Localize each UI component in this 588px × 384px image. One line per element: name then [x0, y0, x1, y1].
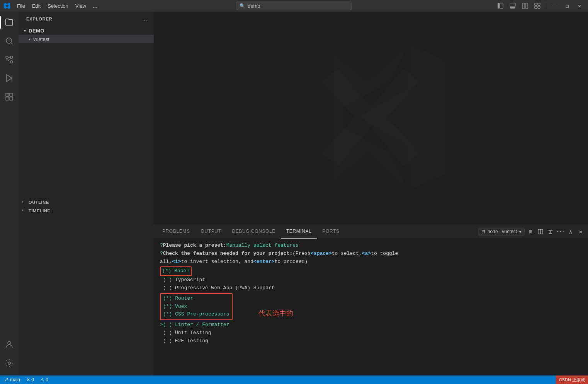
- close-panel-btn[interactable]: ✕: [576, 227, 585, 236]
- maximize-panel-btn[interactable]: ∧: [566, 227, 575, 236]
- svg-rect-8: [535, 6, 537, 9]
- vuetest-label: vuetest: [33, 36, 49, 42]
- vscode-watermark: [290, 36, 452, 200]
- git-branch-name: main: [10, 377, 20, 382]
- svg-rect-7: [538, 3, 540, 5]
- terminal-chevron-icon: ▾: [519, 230, 521, 234]
- svg-point-10: [6, 38, 12, 43]
- tab-problems[interactable]: PROBLEMS: [157, 225, 195, 239]
- menu-selection[interactable]: Selection: [44, 2, 71, 10]
- i-key: <i>: [172, 258, 181, 266]
- menu-more[interactable]: ...: [90, 2, 100, 10]
- sidebar: EXPLORER ... ▾ DEMO ▾ vuetest › OUTLINE: [19, 12, 154, 375]
- explorer-header: EXPLORER ...: [19, 12, 154, 26]
- terminal-line-pwa: ( ) Progressive Web App (PWA) Support: [160, 284, 582, 292]
- menu-file[interactable]: File: [14, 2, 28, 10]
- terminal-line-vuex: (*) Vuex: [163, 303, 229, 311]
- check-paren: (Press: [292, 250, 311, 258]
- vuetest-chevron-icon: ▾: [26, 36, 32, 42]
- outline-section[interactable]: › OUTLINE: [19, 198, 154, 207]
- svg-rect-15: [10, 93, 13, 96]
- search-value: demo: [248, 3, 260, 9]
- tree-item-vuetest[interactable]: ▾ vuetest: [19, 35, 154, 43]
- layout-customize-btn[interactable]: [532, 2, 543, 10]
- svg-rect-0: [498, 3, 500, 9]
- activity-settings[interactable]: [0, 354, 19, 372]
- unit-option: ( ) Unit Testing: [160, 329, 211, 337]
- more-panel-btn[interactable]: ···: [556, 227, 565, 236]
- activity-extensions[interactable]: [0, 87, 19, 106]
- cont-all: all,: [160, 258, 172, 266]
- linter-option: >( ) Linter / Formatter: [160, 321, 229, 329]
- selected-options-group: (*) Router (*) Vuex (*) CSS Pre-processo…: [160, 293, 582, 320]
- tree-item-demo[interactable]: ▾ DEMO: [19, 26, 154, 35]
- svg-rect-17: [10, 97, 13, 100]
- menu-edit[interactable]: Edit: [29, 2, 44, 10]
- pwa-option: ( ) Progressive Web App (PWA) Support: [160, 284, 274, 292]
- terminal-line-continuation: all, <i> to invert selection, and <enter…: [160, 258, 582, 266]
- outline-chevron-icon: ›: [22, 200, 27, 205]
- svg-rect-2: [510, 3, 515, 7]
- close-btn[interactable]: ✕: [574, 2, 585, 10]
- tab-debug-console[interactable]: DEBUG CONSOLE: [226, 225, 281, 239]
- terminal-line-css: (*) CSS Pre-processors: [163, 311, 229, 319]
- status-errors[interactable]: ✕ 0: [23, 375, 37, 384]
- babel-option: (*) Babel: [160, 266, 192, 276]
- activity-explorer[interactable]: [0, 13, 19, 32]
- terminal-instance-label[interactable]: ⊟ node - vuetest ▾: [478, 228, 525, 236]
- terminal-line-typescript: ( ) TypeScript: [160, 276, 582, 284]
- svg-point-18: [8, 341, 11, 345]
- check-toggle: to toggle: [371, 250, 398, 258]
- svg-point-13: [10, 56, 13, 58]
- file-tree: ▾ DEMO ▾ vuetest › OUTLINE › TIMELINE: [19, 26, 154, 375]
- layout-panel-btn[interactable]: [507, 2, 518, 10]
- terminal-line-router: (*) Router: [163, 295, 229, 303]
- terminal-line-linter: >( ) Linter / Formatter: [160, 321, 582, 329]
- tab-terminal[interactable]: TERMINAL: [281, 225, 317, 239]
- activity-search[interactable]: [0, 32, 19, 50]
- activity-bar: [0, 12, 19, 375]
- search-bar[interactable]: 🔍 demo: [236, 2, 352, 10]
- css-option: (*) CSS Pre-processors: [163, 311, 229, 319]
- status-csdn[interactable]: CSDN 正版城: [556, 375, 588, 384]
- tab-output[interactable]: OUTPUT: [195, 225, 227, 239]
- trash-terminal-btn[interactable]: 🗑: [546, 227, 555, 236]
- layout-sidebar-btn[interactable]: [495, 2, 506, 10]
- a-key: <a>: [362, 250, 371, 258]
- warning-icon: ⚠ 0: [40, 377, 48, 382]
- tab-ports[interactable]: PORTS: [317, 225, 345, 239]
- timeline-section[interactable]: › TIMELINE: [19, 207, 154, 215]
- status-git[interactable]: ⎇ main: [0, 375, 23, 384]
- demo-folder-label: DEMO: [29, 28, 44, 34]
- svg-rect-6: [535, 3, 537, 5]
- menu-view[interactable]: View: [72, 2, 89, 10]
- split-terminal-btn[interactable]: [536, 227, 545, 236]
- svg-point-12: [10, 61, 13, 63]
- terminal-content[interactable]: ? Please pick a preset: Manually select …: [154, 239, 588, 375]
- activity-source-control[interactable]: [0, 50, 19, 69]
- maximize-btn[interactable]: ☐: [562, 2, 573, 10]
- terminal-line-preset: ? Please pick a preset: Manually select …: [160, 242, 582, 250]
- check-bold: Check the features needed for your proje…: [163, 250, 292, 258]
- more-actions-btn[interactable]: ...: [141, 15, 149, 23]
- svg-point-11: [6, 56, 8, 58]
- error-icon: ✕ 0: [26, 377, 34, 382]
- outline-label: OUTLINE: [29, 200, 49, 205]
- typescript-option: ( ) TypeScript: [160, 276, 205, 284]
- panel-tab-actions: ⊟ node - vuetest ▾ ⊞ 🗑 ··· ∧ ✕: [478, 227, 585, 236]
- panel-tabs: PROBLEMS OUTPUT DEBUG CONSOLE TERMINAL P…: [154, 225, 588, 239]
- layout-split-btn[interactable]: [520, 2, 530, 10]
- sidebar-actions: ...: [141, 15, 149, 23]
- svg-point-19: [8, 362, 10, 364]
- new-terminal-btn[interactable]: ⊞: [526, 227, 535, 236]
- svg-rect-9: [538, 6, 540, 9]
- status-bar: ⎇ main ✕ 0 ⚠ 0 CSDN 正版城: [0, 375, 588, 384]
- activity-accounts[interactable]: [0, 335, 19, 354]
- main-layout: EXPLORER ... ▾ DEMO ▾ vuetest › OUTLINE: [0, 12, 588, 375]
- timeline-chevron-icon: ›: [22, 208, 27, 213]
- svg-rect-1: [500, 3, 503, 9]
- status-warnings[interactable]: ⚠ 0: [37, 375, 51, 384]
- activity-run[interactable]: [0, 69, 19, 87]
- svg-rect-16: [6, 97, 9, 100]
- minimize-btn[interactable]: —: [549, 2, 560, 10]
